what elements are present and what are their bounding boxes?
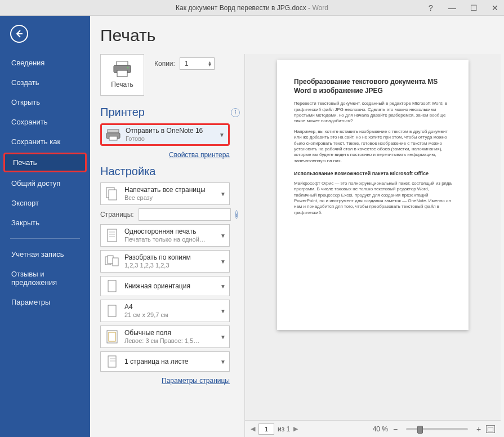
orientation-dropdown[interactable]: Книжная ориентация ▼ — [100, 276, 230, 296]
arrow-left-icon — [15, 29, 24, 38]
collate-sub: 1,2,3 1,2,3 1,2,3 — [124, 262, 216, 270]
per-sheet-title: 1 страница на листе — [124, 358, 216, 366]
sides-title: Односторонняя печать — [124, 228, 216, 236]
preview-h2: Использование возможностей пакета Micros… — [294, 171, 452, 177]
svg-rect-15 — [108, 229, 117, 242]
margins-icon — [104, 329, 120, 345]
doc-title: Как документ Ворд перевести в JPG.docx — [176, 4, 306, 12]
page-setup-link[interactable]: Параметры страницы — [162, 377, 230, 385]
printer-info-icon[interactable]: i — [231, 108, 240, 117]
sidebar-item-open[interactable]: Открыть — [0, 92, 90, 112]
preview-page: Преобразование текстового документа MS W… — [277, 60, 469, 330]
per-sheet-dropdown[interactable]: 1 страница на листе ▼ — [100, 351, 230, 372]
collate-dropdown[interactable]: Разобрать по копиям 1,2,3 1,2,3 1,2,3 ▼ — [100, 250, 230, 273]
sidebar-item-close[interactable]: Закрыть — [0, 213, 90, 233]
margins-title: Обычные поля — [124, 329, 216, 337]
orientation-title: Книжная ориентация — [124, 282, 216, 291]
spinner-arrows-icon[interactable]: ▲▼ — [208, 61, 212, 66]
preview-p3: Майкрософт Офис — это полнофункциональны… — [294, 181, 452, 216]
zoom-label: 40 % — [373, 425, 388, 433]
portrait-icon — [104, 278, 120, 294]
printer-device-icon — [105, 127, 121, 142]
print-button-label: Печать — [111, 81, 133, 88]
printer-dropdown[interactable]: Отправить в OneNote 16 Готово ▼ — [100, 123, 230, 146]
sidebar-item-print[interactable]: Печать — [3, 153, 87, 172]
caret-down-icon: ▼ — [220, 233, 226, 239]
minimize-button[interactable]: — — [448, 3, 457, 12]
caret-down-icon: ▼ — [220, 334, 226, 340]
print-backstage: Печать Печать Копии: — [90, 16, 504, 437]
caret-down-icon: ▼ — [220, 283, 226, 289]
print-range-sub: Все сразу — [124, 194, 216, 202]
page-title: Печать — [100, 26, 501, 45]
maximize-button[interactable]: ☐ — [469, 3, 478, 12]
paper-dropdown[interactable]: A4 21 см x 29,7 см ▼ — [100, 300, 230, 322]
back-button[interactable] — [10, 25, 28, 43]
next-page-button[interactable]: ▶ — [293, 425, 298, 432]
help-button[interactable]: ? — [426, 3, 435, 12]
preview-h1: Преобразование текстового документа MS W… — [294, 78, 452, 95]
zoom-slider[interactable] — [406, 428, 468, 430]
margins-sub: Левое: 3 см Правое: 1,5… — [124, 337, 216, 345]
svg-rect-6 — [117, 61, 128, 65]
pages-label: Страницы: — [100, 211, 134, 218]
preview-footer: ◀ из 1 ▶ 40 % − + — [244, 420, 501, 437]
pages-input[interactable] — [139, 208, 231, 221]
svg-rect-26 — [108, 356, 116, 367]
svg-rect-21 — [113, 258, 118, 266]
print-range-title: Напечатать все страницы — [124, 186, 216, 194]
zoom-in-button[interactable]: + — [475, 425, 483, 434]
close-button[interactable]: ✕ — [490, 3, 499, 12]
sidebar-item-account[interactable]: Учетная запись — [0, 244, 90, 264]
caret-down-icon: ▼ — [220, 308, 226, 314]
sidebar-item-save[interactable]: Сохранить — [0, 112, 90, 132]
svg-rect-22 — [108, 280, 116, 292]
one-sided-icon — [104, 228, 120, 243]
per-sheet-icon — [104, 354, 120, 369]
collate-icon — [104, 253, 120, 269]
printer-heading: Принтер — [100, 106, 145, 119]
sidebar-item-new[interactable]: Создать — [0, 73, 90, 92]
titlebar: Как документ Ворд перевести в JPG.docx -… — [0, 0, 504, 16]
caret-down-icon: ▼ — [220, 359, 226, 365]
backstage-sidebar: Сведения Создать Открыть Сохранить Сохра… — [0, 16, 90, 437]
zoom-to-page-button[interactable] — [486, 425, 495, 433]
collate-title: Разобрать по копиям — [124, 253, 216, 262]
svg-rect-14 — [109, 190, 117, 200]
page-of-label: из 1 — [278, 425, 290, 433]
caret-down-icon: ▼ — [219, 132, 225, 138]
sidebar-item-info[interactable]: Сведения — [0, 53, 90, 73]
paper-icon — [104, 303, 120, 319]
print-preview: Преобразование текстового документа MS W… — [244, 54, 501, 420]
print-button[interactable]: Печать — [100, 54, 144, 96]
printer-properties-link[interactable]: Свойства принтера — [169, 151, 230, 159]
sidebar-item-export[interactable]: Экспорт — [0, 193, 90, 213]
svg-rect-10 — [108, 130, 119, 133]
sidebar-separator — [10, 238, 80, 239]
prev-page-button[interactable]: ◀ — [251, 425, 255, 432]
margins-dropdown[interactable]: Обычные поля Левое: 3 см Правое: 1,5… ▼ — [100, 325, 230, 348]
sidebar-item-feedback[interactable]: Отзывы и предложения — [0, 264, 90, 292]
svg-point-9 — [127, 67, 129, 69]
svg-rect-8 — [117, 70, 127, 77]
caret-down-icon: ▼ — [220, 258, 226, 265]
sidebar-item-saveas[interactable]: Сохранить как — [0, 132, 90, 151]
pages-info-icon[interactable]: i — [235, 210, 238, 219]
copies-spinner[interactable]: 1 ▲▼ — [180, 57, 215, 70]
sidebar-item-options[interactable]: Параметры — [0, 292, 90, 312]
settings-heading: Настройка — [100, 165, 155, 178]
page-number-input[interactable] — [258, 423, 274, 435]
pages-icon — [104, 186, 120, 202]
zoom-out-button[interactable]: − — [391, 425, 399, 434]
preview-p2: Например, вы хотите вставить изображение… — [294, 129, 452, 164]
sides-sub: Печатать только на одной… — [124, 236, 216, 244]
copies-label: Копии: — [154, 60, 175, 68]
sidebar-item-share[interactable]: Общий доступ — [0, 173, 90, 193]
app-name: Word — [312, 4, 328, 12]
paper-sub: 21 см x 29,7 см — [124, 311, 216, 319]
print-range-dropdown[interactable]: Напечатать все страницы Все сразу ▼ — [100, 182, 230, 205]
caret-down-icon: ▼ — [220, 191, 226, 197]
sides-dropdown[interactable]: Односторонняя печать Печатать только на … — [100, 224, 230, 247]
printer-icon — [113, 61, 132, 77]
svg-rect-23 — [108, 305, 116, 316]
